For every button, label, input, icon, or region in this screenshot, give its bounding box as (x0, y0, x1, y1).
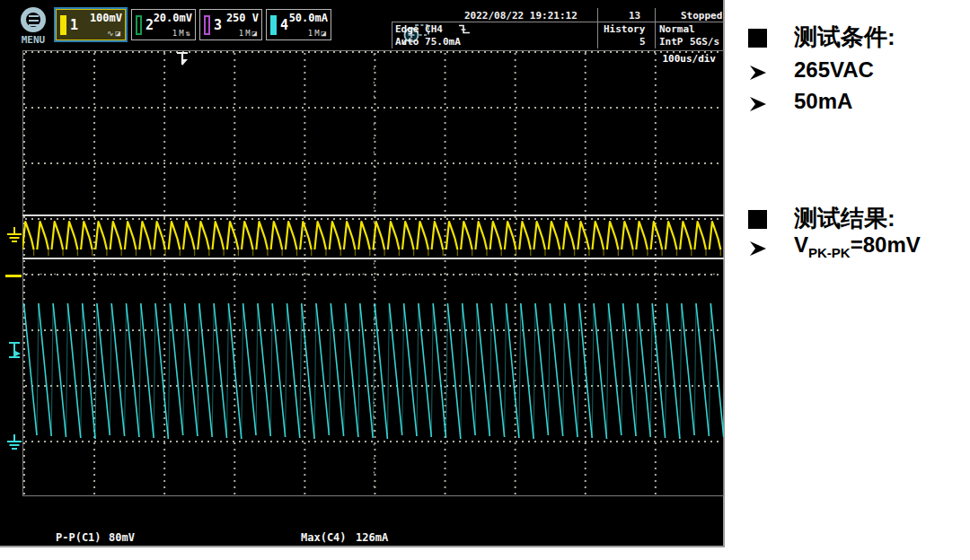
channel-4-box[interactable]: 4 50.0mA 1M◪ (266, 9, 331, 40)
status-divider (597, 8, 598, 48)
arrow-bullet-icon (749, 65, 767, 81)
arrow-bullet-icon (749, 96, 767, 112)
channel-2-scale: 20.0mV (154, 12, 192, 24)
channel-3-color-bar (204, 15, 210, 35)
acquisition-count: 13 (629, 10, 640, 22)
channel-3-scale: 250 V (226, 12, 259, 24)
channel-4-scale: 50.0mA (289, 12, 328, 24)
history-value: 5 (639, 36, 646, 48)
square-bullet-icon (748, 210, 767, 229)
menu-button[interactable]: MENU (13, 4, 54, 48)
interpolation-mode: IntP (659, 36, 683, 48)
channel-1-number: 1 (70, 17, 78, 33)
condition-voltage: 265VAC (794, 57, 874, 83)
measurement-1-value: 80mV (109, 531, 135, 544)
waveform-area (22, 50, 724, 496)
acquisition-mode: Normal (659, 23, 695, 35)
arrow-bullet-icon (749, 241, 767, 257)
test-conditions-title: 测试条件: (794, 22, 895, 53)
channel-1-box[interactable]: 1 100mV ∿◪ (56, 9, 126, 40)
status-divider (392, 22, 392, 48)
ch1-position-marker[interactable] (5, 275, 22, 277)
trigger-mode[interactable]: Auto 75.0mA (395, 36, 461, 48)
channel-3-number: 3 (214, 17, 222, 33)
test-results-title: 测试结果: (794, 203, 895, 234)
ch4-trigger-level-marker[interactable] (9, 343, 21, 357)
measurement-2-label: Max(C4) (301, 531, 347, 544)
status-divider (655, 8, 656, 48)
channel-2-color-bar (136, 15, 142, 35)
menu-label: MENU (13, 34, 54, 46)
measurement-1-label: P-P(C1) (56, 531, 101, 544)
coupling-ac-icon: ∿ (107, 29, 116, 38)
impedance-icon: 1M (172, 29, 186, 38)
datetime-readout: 2022/08/22 19:21:12 (464, 10, 578, 22)
probe-icon: ◪ (252, 29, 259, 38)
impedance-icon: 1M (308, 29, 322, 38)
ch1-trace-tails (34, 249, 721, 256)
falling-edge-icon (458, 24, 471, 34)
oscilloscope-screen: MENU 1 100mV ∿◪ 2 20.0mV 1M⇅ 3 250 V 1M◪… (0, 0, 725, 547)
channel-marker-column (0, 50, 22, 496)
trigger-type[interactable]: Edge CH4 (395, 23, 443, 35)
channel-4-color-bar (270, 15, 277, 35)
run-state: Stopped (681, 10, 722, 22)
probe-icon: ◪ (322, 29, 328, 38)
measurement-2-value: 126mA (356, 531, 388, 544)
history-label[interactable]: History (604, 23, 645, 35)
impedance-icon: 1M (239, 29, 252, 38)
channel-1-color-bar (60, 15, 66, 35)
channel-1-scale: 100mV (90, 12, 122, 24)
slide-page: MENU 1 100mV ∿◪ 2 20.0mV 1M⇅ 3 250 V 1M◪… (0, 0, 970, 560)
position-icon: ⇅ (186, 29, 192, 38)
condition-current: 50mA (794, 89, 852, 114)
result-vpkpk: VPK-PK=80mV (794, 232, 921, 260)
square-bullet-icon (748, 29, 767, 48)
trigger-position-marker[interactable] (177, 53, 188, 66)
channel-2-box[interactable]: 2 20.0mV 1M⇅ (131, 9, 196, 40)
channel-3-box[interactable]: 3 250 V 1M◪ (199, 9, 262, 40)
ch4-ground-marker[interactable] (7, 434, 22, 449)
channel-4-number: 4 (280, 17, 288, 33)
sample-rate: 5GS/s (690, 36, 719, 48)
probe-icon: ◪ (116, 29, 122, 38)
ch1-ripple-trace (22, 222, 720, 249)
menu-icon (21, 7, 46, 32)
status-divider (392, 22, 724, 22)
ch1-ground-marker[interactable] (7, 227, 22, 241)
